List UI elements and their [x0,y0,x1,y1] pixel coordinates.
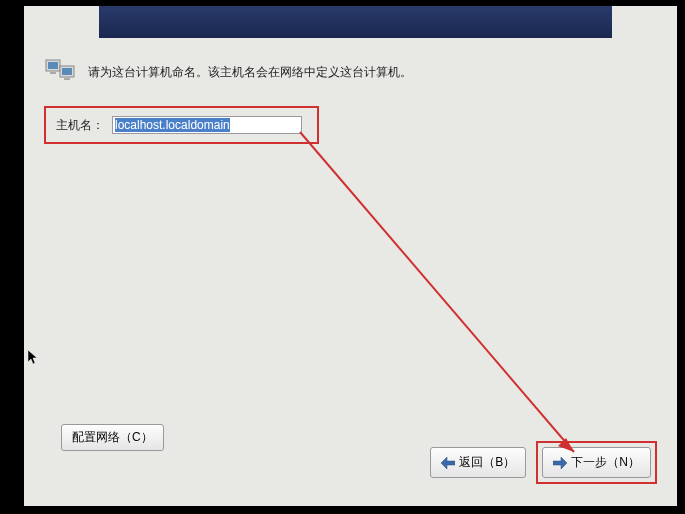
config-network-button[interactable]: 配置网络（C） [61,424,164,451]
content-area: 请为这台计算机命名。该主机名会在网络中定义这台计算机。 主机名： localho… [44,58,657,144]
arrow-right-icon [553,457,567,469]
header-bar [99,6,612,38]
svg-rect-2 [50,72,56,74]
next-button[interactable]: 下一步（N） [542,447,651,478]
svg-line-6 [300,132,574,452]
hostname-section: 主机名： localhost.localdomain [44,106,319,144]
hostname-label: 主机名： [56,117,104,134]
svg-rect-1 [48,62,58,69]
next-button-label: 下一步（N） [571,454,640,471]
footer-buttons: 返回（B） 下一步（N） [430,441,657,484]
installer-panel: 请为这台计算机命名。该主机名会在网络中定义这台计算机。 主机名： localho… [24,6,677,506]
instruction-row: 请为这台计算机命名。该主机名会在网络中定义这台计算机。 [44,58,657,86]
hostname-input[interactable]: localhost.localdomain [112,116,302,134]
back-button[interactable]: 返回（B） [430,447,526,478]
svg-rect-4 [62,68,72,75]
back-button-label: 返回（B） [459,454,515,471]
mouse-cursor [28,350,40,366]
computer-icon [44,58,76,86]
arrow-left-icon [441,457,455,469]
instruction-text: 请为这台计算机命名。该主机名会在网络中定义这台计算机。 [88,64,412,81]
next-button-highlight: 下一步（N） [536,441,657,484]
svg-rect-5 [64,78,70,80]
